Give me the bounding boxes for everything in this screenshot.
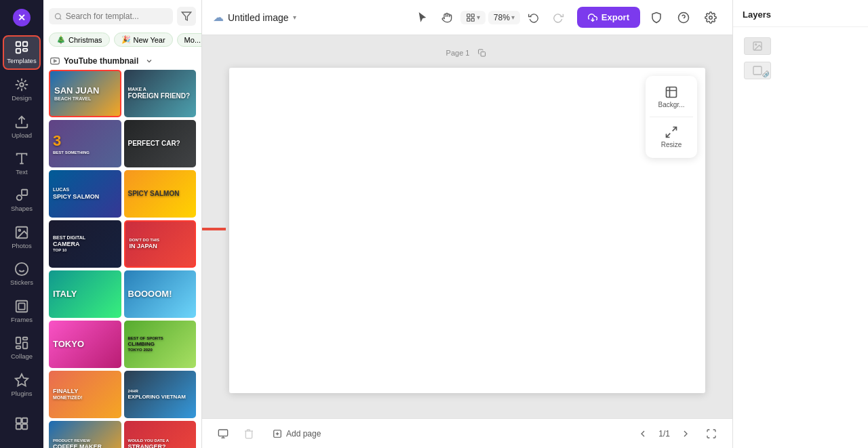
layer-item-2[interactable] [740,58,861,83]
svg-rect-5 [23,49,27,52]
prev-page-button[interactable] [633,424,653,444]
tag-christmas[interactable]: 🎄 🎄 Christmas Christmas [49,33,110,47]
fullscreen-button[interactable] [701,424,722,444]
sidebar-item-frames[interactable]: Frames [3,294,41,328]
sidebar-item-photos[interactable]: Photos [3,220,41,254]
search-input[interactable] [66,12,167,21]
svg-rect-43 [218,430,227,436]
zoom-button[interactable]: 78% ▾ [488,11,520,24]
section-title: YouTube thumbnail [64,56,138,66]
zoom-level: 78% [494,13,510,22]
template-item-9[interactable]: ITALY [49,270,121,318]
svg-rect-31 [467,14,470,16]
bottom-right-nav: 1/1 [633,424,722,444]
redo-button[interactable] [547,7,569,28]
section-header[interactable]: YouTube thumbnail [43,52,201,70]
svg-rect-18 [18,303,24,309]
templates-panel: 🎄 🎄 Christmas Christmas 🎉 New Year Mo...… [43,0,202,448]
canvas-area[interactable]: Page 1 Ba [202,35,732,418]
svg-rect-42 [667,87,677,97]
sidebar-item-plugins[interactable]: Plugins [3,368,41,402]
svg-rect-33 [467,18,470,21]
export-label: Export [601,12,629,22]
svg-rect-23 [16,418,21,423]
template-item-2[interactable]: MAKE A FOREIGN FRIEND? [124,70,197,117]
search-box[interactable] [49,8,173,24]
filter-button[interactable] [177,7,196,26]
page-label-text: Page 1 [446,49,470,57]
export-button[interactable]: Export [577,7,640,28]
layer-item-1[interactable] [740,34,861,58]
tag-more[interactable]: Mo... [177,33,201,47]
top-bar: ☁ Untitled image ▾ ▾ 78% ▾ [202,0,732,35]
delete-page-button[interactable] [239,424,259,444]
undo-button[interactable] [523,7,545,28]
template-item-13[interactable]: FINALLY MONETIZED! [49,371,121,418]
arrow-annotation [202,212,229,249]
template-item-16[interactable]: WOULD YOU DATE A STRANGER? [124,421,197,448]
svg-rect-34 [471,18,474,21]
help-icon-button[interactable] [673,7,694,28]
floating-panel: Backgr... Resize [646,76,697,158]
shield-icon-button[interactable] [646,7,667,28]
svg-rect-25 [16,424,21,429]
layer-thumbnail-1 [744,37,771,55]
svg-rect-32 [471,14,474,16]
sidebar-item-templates[interactable]: Templates [3,35,41,70]
view-options-button[interactable]: ▾ [460,11,486,24]
template-item-14[interactable]: 24HR EXPLORING VIETNAM [124,371,197,418]
template-item-11[interactable]: TOKYO [49,321,121,368]
template-item-6[interactable]: SPICY SALMON [124,170,197,218]
svg-point-14 [16,263,28,275]
settings-icon-button[interactable] [700,7,722,28]
resize-panel-item[interactable]: Resize [650,121,693,152]
svg-point-38 [709,16,713,19]
view-chevron: ▾ [477,14,480,21]
svg-rect-26 [22,424,27,429]
sidebar-item-more[interactable] [3,405,41,443]
sidebar-item-photos-label: Photos [12,242,32,249]
template-item-10[interactable]: BOOOOM! [124,270,197,318]
tag-row: 🎄 🎄 Christmas Christmas 🎉 New Year Mo... [43,30,201,52]
page-thumbnail-button[interactable] [213,424,233,444]
title-chevron-icon[interactable]: ▾ [293,14,296,21]
add-page-label: Add page [286,429,321,439]
layers-panel: Layers [732,0,868,448]
svg-rect-3 [23,42,27,46]
hand-tool-button[interactable] [436,7,458,28]
svg-rect-17 [16,301,28,312]
sidebar-item-upload[interactable]: Upload [3,109,41,143]
svg-marker-30 [54,60,56,62]
tag-newyear[interactable]: 🎉 New Year [114,33,173,47]
template-item-4[interactable]: PERFECT CAR? [124,120,197,167]
svg-point-13 [18,229,20,231]
template-item-15[interactable]: PRODUCT REVIEW COFFEE MAKER [49,421,121,448]
document-title[interactable]: Untitled image [228,12,289,23]
topbar-right: Export [577,7,722,28]
sidebar-item-shapes[interactable]: Shapes [3,183,41,217]
template-item-1[interactable]: SAN JUAN beach travel [49,70,121,117]
template-item-3[interactable]: 3 BEST SOMETHING [49,120,121,167]
svg-text:✕: ✕ [18,12,26,23]
background-icon [665,85,678,99]
sidebar-item-text[interactable]: Text [3,146,41,180]
layers-panel-header: Layers [733,0,868,27]
sidebar-item-upload-label: Upload [12,131,32,139]
sidebar-item-collage-label: Collage [11,352,33,360]
sidebar-item-collage[interactable]: Collage [3,331,41,365]
layers-title: Layers [743,9,771,20]
sidebar-item-design[interactable]: Design [3,73,41,106]
logo-button[interactable]: ✕ [8,5,35,30]
canvas-page[interactable]: Backgr... Resize [229,68,705,393]
template-item-12[interactable]: BEST OF SPORTS CLIMBING TOKYO 2020 [124,321,197,368]
template-item-8[interactable]: DON'T DO THIS IN JAPAN ⋯ [124,220,197,268]
template-item-7[interactable]: BEST DIGITAL CAMERA TOP 10 [49,220,121,268]
sidebar-item-stickers[interactable]: Stickers [3,257,41,291]
background-panel-item[interactable]: Backgr... [650,81,693,113]
svg-rect-11 [22,190,27,195]
template-item-5[interactable]: LUCAS SPICY SALMON [49,170,121,218]
add-page-button[interactable]: Add page [264,426,329,442]
page-copy-button[interactable] [475,46,488,60]
pointer-tool-button[interactable] [412,7,433,28]
next-page-button[interactable] [675,424,696,444]
